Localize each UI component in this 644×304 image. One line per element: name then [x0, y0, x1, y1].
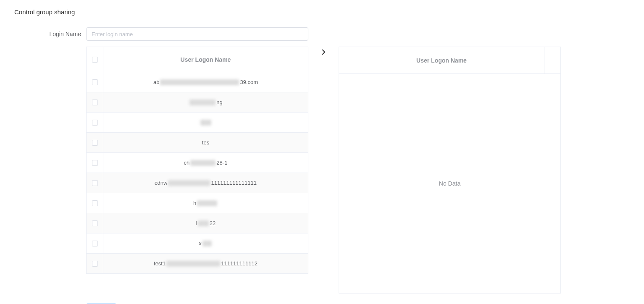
- redacted-text: [200, 120, 211, 126]
- source-user-table: User Logon Name ab39.comngtesch28-1cdnw1…: [86, 47, 308, 274]
- user-logon-name-cell: tes: [103, 133, 308, 152]
- row-checkbox[interactable]: [92, 180, 98, 186]
- user-logon-name-cell: ab39.com: [103, 72, 308, 92]
- target-table-action-header: [544, 47, 560, 73]
- user-logon-name-cell: ch28-1: [103, 153, 308, 173]
- row-checkbox[interactable]: [92, 220, 98, 226]
- table-row[interactable]: ch28-1: [87, 153, 308, 173]
- row-checkbox[interactable]: [92, 261, 98, 267]
- user-logon-name-cell: [103, 113, 308, 132]
- user-logon-name-cell: h: [103, 193, 308, 213]
- source-table-body[interactable]: ab39.comngtesch28-1cdnw111111111111111hl…: [87, 72, 308, 274]
- user-logon-name-cell: cdnw111111111111111: [103, 173, 308, 193]
- redacted-text: [202, 241, 212, 246]
- user-logon-name-cell: l22: [103, 213, 308, 233]
- transfer-right-icon[interactable]: [320, 48, 327, 57]
- user-logon-name-cell: ng: [103, 92, 308, 112]
- redacted-text: [168, 180, 210, 186]
- table-row[interactable]: test1111111111112: [87, 254, 308, 274]
- row-checkbox[interactable]: [92, 79, 98, 85]
- source-table-header: User Logon Name: [103, 47, 308, 72]
- table-row[interactable]: [87, 113, 308, 133]
- redacted-text: [166, 261, 220, 267]
- login-name-label: Login Name: [14, 31, 86, 37]
- table-row[interactable]: tes: [87, 133, 308, 153]
- target-user-table: User Logon Name No Data: [339, 47, 561, 294]
- row-checkbox[interactable]: [92, 200, 98, 206]
- redacted-text: [190, 160, 216, 166]
- target-table-empty: No Data: [339, 74, 560, 293]
- table-row[interactable]: ng: [87, 92, 308, 113]
- table-row[interactable]: h: [87, 193, 308, 213]
- row-checkbox[interactable]: [92, 100, 98, 105]
- table-row[interactable]: l22: [87, 213, 308, 233]
- user-logon-name-cell: x: [103, 233, 308, 253]
- redacted-text: [198, 220, 209, 226]
- target-table-header: User Logon Name: [339, 47, 544, 73]
- row-checkbox[interactable]: [92, 160, 98, 166]
- table-row[interactable]: ab39.com: [87, 72, 308, 92]
- user-logon-name-cell: test1111111111112: [103, 254, 308, 273]
- row-checkbox[interactable]: [92, 140, 98, 146]
- redacted-text: [189, 100, 216, 105]
- select-all-checkbox[interactable]: [92, 57, 98, 63]
- table-row[interactable]: cdnw111111111111111: [87, 173, 308, 193]
- page-title: Control group sharing: [14, 8, 630, 16]
- row-checkbox[interactable]: [92, 120, 98, 126]
- table-row[interactable]: x: [87, 233, 308, 254]
- row-checkbox[interactable]: [92, 241, 98, 246]
- redacted-text: [197, 200, 217, 206]
- login-name-input[interactable]: [86, 27, 308, 41]
- redacted-text: [160, 79, 239, 85]
